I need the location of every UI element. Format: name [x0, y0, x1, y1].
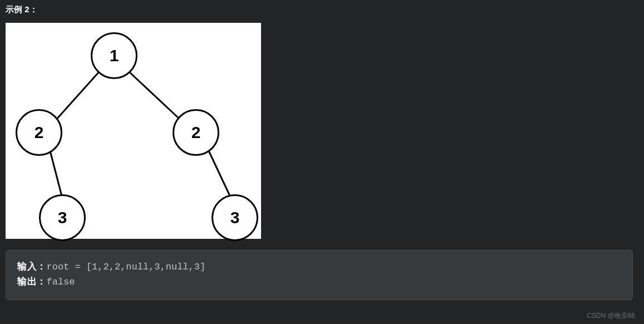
tree-node-left-right: 3: [39, 194, 86, 241]
input-value: root = [1,2,2,null,3,null,3]: [47, 262, 206, 272]
example-block: 示例 2： 1 2 2 3 3 输入：root = [1,2,2,null,3,…: [0, 0, 644, 305]
svg-line-3: [209, 151, 231, 198]
input-label: 输入：: [17, 262, 47, 272]
watermark: CSDN @晚安66: [587, 311, 635, 321]
svg-line-0: [56, 72, 99, 120]
tree-node-right: 2: [173, 109, 219, 156]
tree-node-root: 1: [91, 32, 137, 79]
output-line: 输出：false: [17, 274, 621, 289]
output-value: false: [47, 277, 75, 287]
svg-line-2: [50, 151, 62, 198]
svg-line-1: [129, 72, 181, 120]
tree-node-left: 2: [16, 109, 62, 156]
input-line: 输入：root = [1,2,2,null,3,null,3]: [17, 259, 621, 274]
example-title: 示例 2：: [6, 4, 638, 15]
output-label: 输出：: [17, 277, 47, 287]
io-code-block: 输入：root = [1,2,2,null,3,null,3] 输出：false: [6, 250, 633, 300]
tree-diagram: 1 2 2 3 3: [6, 23, 261, 239]
tree-node-right-right: 3: [212, 194, 258, 241]
